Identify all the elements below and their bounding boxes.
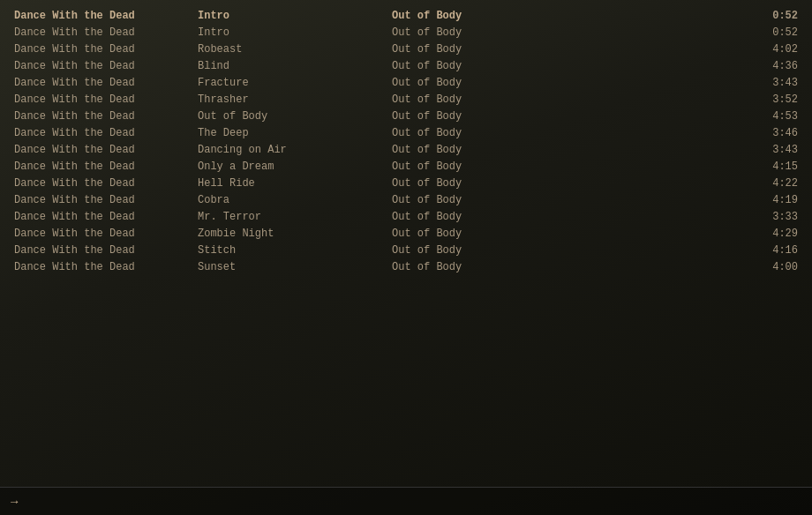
track-title: Stitch: [191, 244, 385, 257]
track-album: Out of Body: [385, 261, 745, 273]
table-row[interactable]: Dance With the DeadZombie NightOut of Bo…: [0, 225, 812, 242]
track-album: Out of Body: [385, 194, 745, 206]
track-title: Cobra: [191, 194, 385, 206]
table-header: Dance With the Dead Intro Out of Body 0:…: [0, 7, 812, 24]
track-title: Hell Ride: [191, 177, 385, 190]
track-title: Robeast: [191, 43, 385, 56]
table-row[interactable]: Dance With the DeadMr. TerrorOut of Body…: [0, 208, 812, 225]
header-title: Intro: [191, 10, 385, 22]
track-album: Out of Body: [385, 77, 745, 89]
table-row[interactable]: Dance With the DeadSunsetOut of Body4:00: [0, 258, 812, 275]
table-row[interactable]: Dance With the DeadRobeastOut of Body4:0…: [0, 41, 812, 57]
track-title: Out of Body: [191, 110, 385, 123]
table-row[interactable]: Dance With the DeadOnly a DreamOut of Bo…: [0, 158, 812, 175]
table-row[interactable]: Dance With the DeadOut of BodyOut of Bod…: [0, 108, 812, 124]
arrow-icon: →: [11, 495, 18, 509]
track-artist: Dance With the Dead: [14, 110, 191, 123]
track-album: Out of Body: [385, 228, 745, 240]
track-album: Out of Body: [385, 160, 745, 173]
track-artist: Dance With the Dead: [14, 93, 191, 106]
header-duration: 0:52: [745, 10, 798, 22]
track-duration: 3:43: [745, 77, 798, 89]
track-title: Only a Dream: [191, 160, 385, 173]
track-duration: 4:22: [745, 177, 798, 190]
track-title: Zombie Night: [191, 228, 385, 240]
track-artist: Dance With the Dead: [14, 43, 191, 56]
track-artist: Dance With the Dead: [14, 194, 191, 206]
track-duration: 3:46: [745, 127, 798, 139]
track-title: Thrasher: [191, 93, 385, 106]
table-row[interactable]: Dance With the DeadDancing on AirOut of …: [0, 141, 812, 158]
track-album: Out of Body: [385, 93, 745, 106]
header-artist: Dance With the Dead: [14, 10, 191, 22]
track-title: Dancing on Air: [191, 144, 385, 156]
track-title: Fracture: [191, 77, 385, 89]
track-album: Out of Body: [385, 60, 745, 72]
track-artist: Dance With the Dead: [14, 60, 191, 72]
track-artist: Dance With the Dead: [14, 177, 191, 190]
track-duration: 4:36: [745, 60, 798, 72]
track-album: Out of Body: [385, 211, 745, 223]
track-artist: Dance With the Dead: [14, 26, 191, 39]
track-duration: 4:19: [745, 194, 798, 206]
track-duration: 4:29: [745, 228, 798, 240]
table-row[interactable]: Dance With the DeadBlindOut of Body4:36: [0, 57, 812, 74]
header-album: Out of Body: [385, 10, 745, 22]
track-album: Out of Body: [385, 43, 745, 56]
track-artist: Dance With the Dead: [14, 77, 191, 89]
track-album: Out of Body: [385, 177, 745, 190]
track-artist: Dance With the Dead: [14, 211, 191, 223]
track-list: Dance With the Dead Intro Out of Body 0:…: [0, 0, 812, 282]
track-artist: Dance With the Dead: [14, 228, 191, 240]
bottom-bar: →: [0, 487, 812, 515]
track-title: Sunset: [191, 261, 385, 273]
track-title: Blind: [191, 60, 385, 72]
track-duration: 4:15: [745, 160, 798, 173]
track-duration: 3:52: [745, 93, 798, 106]
table-row[interactable]: Dance With the DeadHell RideOut of Body4…: [0, 175, 812, 191]
track-album: Out of Body: [385, 144, 745, 156]
track-duration: 4:53: [745, 110, 798, 123]
track-artist: Dance With the Dead: [14, 144, 191, 156]
table-row[interactable]: Dance With the DeadCobraOut of Body4:19: [0, 191, 812, 208]
track-artist: Dance With the Dead: [14, 261, 191, 273]
track-duration: 0:52: [745, 26, 798, 39]
table-row[interactable]: Dance With the DeadThrasherOut of Body3:…: [0, 91, 812, 108]
track-title: The Deep: [191, 127, 385, 139]
track-duration: 3:33: [745, 211, 798, 223]
table-row[interactable]: Dance With the DeadIntroOut of Body0:52: [0, 24, 812, 41]
track-duration: 4:00: [745, 261, 798, 273]
table-row[interactable]: Dance With the DeadThe DeepOut of Body3:…: [0, 124, 812, 141]
table-row[interactable]: Dance With the DeadStitchOut of Body4:16: [0, 242, 812, 258]
track-artist: Dance With the Dead: [14, 160, 191, 173]
track-album: Out of Body: [385, 127, 745, 139]
track-duration: 3:43: [745, 144, 798, 156]
track-album: Out of Body: [385, 110, 745, 123]
track-duration: 4:16: [745, 244, 798, 257]
track-title: Intro: [191, 26, 385, 39]
track-title: Mr. Terror: [191, 211, 385, 223]
track-album: Out of Body: [385, 244, 745, 257]
table-row[interactable]: Dance With the DeadFractureOut of Body3:…: [0, 74, 812, 91]
track-artist: Dance With the Dead: [14, 244, 191, 257]
track-artist: Dance With the Dead: [14, 127, 191, 139]
track-album: Out of Body: [385, 26, 745, 39]
track-duration: 4:02: [745, 43, 798, 56]
